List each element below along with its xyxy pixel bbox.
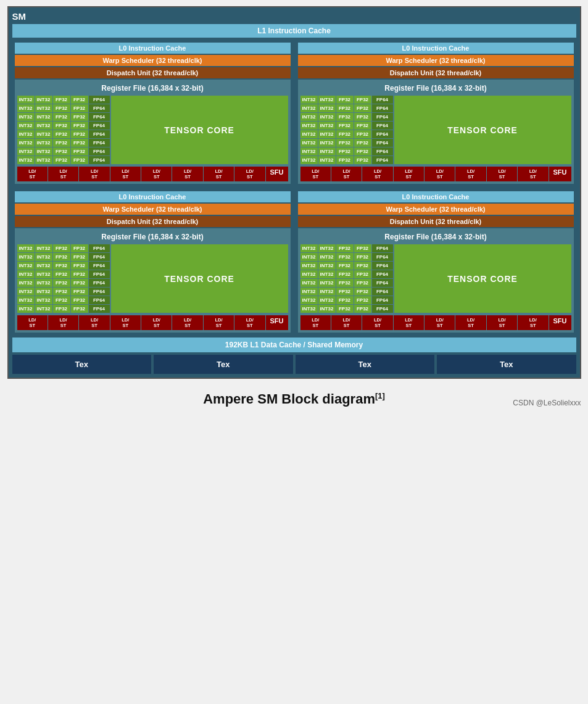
fp32-cell: FP32 (354, 253, 371, 261)
ld-st-cell: LD/ST (362, 315, 392, 330)
fp32-cell: FP32 (354, 113, 371, 121)
cores-column-3: INT32 INT32 FP32 FP32 FP64 INT32 INT32 F… (17, 244, 110, 313)
int32-cell: INT32 (35, 130, 52, 138)
core-row: INT32 INT32 FP32 FP32 FP64 (300, 305, 393, 313)
ld-st-cell: LD/ST (518, 167, 548, 181)
tensor-core-1: TENSOR CORE (111, 96, 288, 164)
fp32-cell: FP32 (354, 288, 371, 296)
l0-cache-2: L0 Instruction Cache (298, 43, 574, 54)
fp32-cell: FP32 (53, 296, 70, 304)
fp32-cell: FP32 (336, 130, 354, 138)
core-row: INT32 INT32 FP32 FP32 FP64 (300, 104, 393, 112)
core-row: INT32 INT32 FP32 FP32 FP64 (17, 104, 110, 112)
fp32-cell: FP32 (336, 147, 354, 155)
core-row: INT32 INT32 FP32 FP32 FP64 (17, 262, 110, 270)
ld-st-cell: LD/ST (204, 167, 234, 181)
core-row: INT32 INT32 FP32 FP32 FP64 (300, 288, 393, 296)
register-file-title-3: Register File (16,384 x 32-bit) (17, 231, 288, 243)
fp32-cell: FP32 (71, 296, 88, 304)
int32-cell: INT32 (17, 279, 35, 287)
register-file-title-1: Register File (16,384 x 32-bit) (17, 82, 288, 94)
int32-cell: INT32 (17, 104, 35, 112)
l1-data-cache: 192KB L1 Data Cache / Shared Memory (12, 338, 576, 352)
fp32-cell: FP32 (354, 244, 371, 252)
int32-cell: INT32 (17, 147, 35, 155)
int32-cell: INT32 (318, 147, 336, 155)
dispatch-unit-2: Dispatch Unit (32 thread/clk) (298, 67, 574, 78)
cores-column-2: INT32 INT32 FP32 FP32 FP64 INT32 INT32 F… (300, 96, 393, 164)
fp32-cell: FP32 (71, 270, 88, 278)
fp32-cell: FP32 (336, 288, 354, 296)
fp32-cell: FP32 (71, 122, 88, 130)
int32-cell: INT32 (318, 262, 336, 270)
fp32-cell: FP32 (71, 305, 88, 313)
int32-cell: INT32 (300, 113, 318, 121)
int32-cell: INT32 (300, 262, 318, 270)
fp32-cell: FP32 (53, 104, 70, 112)
dispatch-unit-3: Dispatch Unit (32 thread/clk) (15, 216, 291, 227)
core-row: INT32 INT32 FP32 FP32 FP64 (300, 96, 393, 104)
ld-st-cell: LD/ST (48, 315, 78, 330)
fp32-cell: FP32 (53, 139, 70, 147)
fp32-cell: FP32 (354, 279, 371, 287)
fp32-cell: FP32 (53, 122, 70, 130)
fp32-cell: FP32 (53, 244, 70, 252)
int32-cell: INT32 (300, 104, 318, 112)
fp64-cell: FP64 (372, 122, 393, 130)
int32-cell: INT32 (17, 156, 35, 164)
int32-cell: INT32 (35, 139, 52, 147)
fp32-cell: FP32 (354, 156, 371, 164)
fp32-cell: FP32 (71, 130, 88, 138)
sfu-cell-2: SFU (549, 167, 571, 181)
ld-st-cell: LD/ST (455, 315, 486, 330)
ld-st-cell: LD/ST (17, 167, 48, 181)
fp32-cell: FP32 (354, 104, 371, 112)
core-row: INT32 INT32 FP32 FP32 FP64 (17, 296, 110, 304)
fp32-cell: FP32 (354, 130, 371, 138)
ld-st-cell: LD/ST (204, 315, 234, 330)
fp32-cell: FP32 (71, 96, 88, 104)
warp-scheduler-4: Warp Scheduler (32 thread/clk) (298, 204, 574, 215)
core-row: INT32 INT32 FP32 FP32 FP64 (300, 279, 393, 287)
fp32-cell: FP32 (354, 305, 371, 313)
fp32-cell: FP32 (71, 147, 88, 155)
fp64-cell: FP64 (372, 96, 393, 104)
sm-title: SM (12, 11, 576, 22)
int32-cell: INT32 (300, 279, 318, 287)
fp64-cell: FP64 (89, 288, 110, 296)
quadrant-3: L0 Instruction Cache Warp Scheduler (32 … (12, 189, 293, 335)
core-row: INT32 INT32 FP32 FP32 FP64 (300, 262, 393, 270)
fp32-cell: FP32 (53, 113, 70, 121)
int32-cell: INT32 (17, 96, 35, 104)
register-file-title-4: Register File (16,384 x 32-bit) (300, 231, 571, 243)
tensor-core-4: TENSOR CORE (394, 244, 571, 313)
core-row: INT32 INT32 FP32 FP32 FP64 (17, 253, 110, 261)
core-row: INT32 INT32 FP32 FP32 FP64 (17, 156, 110, 164)
int32-cell: INT32 (300, 305, 318, 313)
fp32-cell: FP32 (53, 262, 70, 270)
int32-cell: INT32 (35, 244, 52, 252)
int32-cell: INT32 (318, 156, 336, 164)
bottom-row-1: LD/ST LD/ST LD/ST LD/ST LD/ST LD/ST LD/S… (17, 167, 288, 181)
fp32-cell: FP32 (336, 296, 354, 304)
ld-st-cell: LD/ST (394, 167, 424, 181)
fp64-cell: FP64 (89, 244, 110, 252)
fp32-cell: FP32 (336, 104, 354, 112)
core-row: INT32 INT32 FP32 FP32 FP64 (17, 96, 110, 104)
ld-st-cell: LD/ST (110, 315, 141, 330)
ld-st-cell: LD/ST (48, 167, 78, 181)
fp32-cell: FP32 (354, 262, 371, 270)
int32-cell: INT32 (318, 113, 336, 121)
fp32-cell: FP32 (354, 96, 371, 104)
fp64-cell: FP64 (89, 130, 110, 138)
four-quadrants: L0 Instruction Cache Warp Scheduler (32 … (12, 40, 576, 335)
fp32-cell: FP32 (336, 244, 354, 252)
fp32-cell: FP32 (53, 147, 70, 155)
fp32-cell: FP32 (71, 156, 88, 164)
core-row: INT32 INT32 FP32 FP32 FP64 (17, 270, 110, 278)
warp-scheduler-2: Warp Scheduler (32 thread/clk) (298, 55, 574, 66)
tex-cell-3: Tex (296, 355, 435, 374)
int32-cell: INT32 (17, 296, 35, 304)
fp32-cell: FP32 (71, 113, 88, 121)
ld-st-cell: LD/ST (455, 167, 486, 181)
